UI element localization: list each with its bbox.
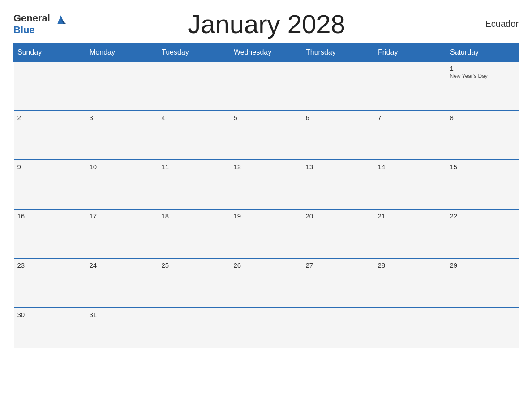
- day-number: 28: [378, 261, 443, 269]
- day-number: 19: [234, 212, 299, 220]
- calendar-cell: 28: [374, 258, 446, 308]
- day-number: 16: [17, 212, 82, 220]
- calendar-cell: [158, 308, 230, 348]
- calendar-cell: [158, 61, 230, 111]
- logo: General Blue: [13, 13, 68, 36]
- day-header-friday: Friday: [374, 44, 446, 62]
- calendar-cell: [302, 61, 374, 111]
- day-number: 4: [162, 114, 227, 121]
- calendar-cell: [230, 61, 302, 111]
- day-number: 21: [378, 212, 443, 220]
- calendar-cell: 15: [446, 160, 519, 209]
- day-number: 31: [90, 311, 154, 318]
- calendar-cell: 31: [86, 308, 158, 348]
- day-number: 7: [378, 114, 443, 121]
- calendar-cell: 4: [158, 111, 230, 160]
- day-number: 3: [90, 114, 154, 121]
- calendar-cell: 13: [302, 160, 374, 209]
- calendar-week-6: 3031: [14, 308, 519, 348]
- calendar-cell: [86, 61, 158, 111]
- calendar-week-2: 2345678: [14, 111, 519, 160]
- calendar-cell: 22: [446, 209, 519, 258]
- holiday-name: New Year's Day: [450, 73, 515, 79]
- day-number: 30: [17, 311, 82, 318]
- calendar-cell: 6: [302, 111, 374, 160]
- calendar-header-row: SundayMondayTuesdayWednesdayThursdayFrid…: [14, 44, 519, 62]
- day-number: 27: [306, 261, 371, 269]
- calendar-cell: 1New Year's Day: [446, 61, 519, 111]
- logo-icon: [54, 13, 68, 24]
- calendar-cell: 17: [86, 209, 158, 258]
- day-number: 6: [306, 114, 371, 121]
- day-header-saturday: Saturday: [446, 44, 519, 62]
- day-header-sunday: Sunday: [14, 44, 86, 62]
- calendar-cell: 14: [374, 160, 446, 209]
- day-number: 5: [234, 114, 299, 121]
- day-number: 10: [90, 163, 154, 171]
- day-number: 9: [17, 163, 82, 171]
- calendar-cell: 16: [14, 209, 86, 258]
- logo-blue-text: Blue: [13, 24, 35, 36]
- calendar-cell: [230, 308, 302, 348]
- calendar-week-1: 1New Year's Day: [14, 61, 519, 111]
- calendar-header: General Blue January 2028 Ecuador: [13, 9, 519, 39]
- day-number: 15: [450, 163, 515, 171]
- calendar-cell: 18: [158, 209, 230, 258]
- calendar-week-3: 9101112131415: [14, 160, 519, 209]
- calendar-cell: 27: [302, 258, 374, 308]
- calendar-cell: 25: [158, 258, 230, 308]
- calendar-cell: [446, 308, 519, 348]
- logo-general-text: General: [13, 13, 50, 24]
- calendar-cell: 3: [86, 111, 158, 160]
- calendar-cell: 11: [158, 160, 230, 209]
- calendar-cell: [374, 61, 446, 111]
- day-number: 11: [162, 163, 227, 171]
- calendar-table: SundayMondayTuesdayWednesdayThursdayFrid…: [13, 43, 519, 348]
- day-number: 2: [17, 114, 82, 121]
- day-header-monday: Monday: [86, 44, 158, 62]
- day-header-thursday: Thursday: [302, 44, 374, 62]
- day-number: 14: [378, 163, 443, 171]
- month-title: January 2028: [68, 9, 465, 39]
- day-number: 24: [90, 261, 154, 269]
- calendar-cell: 29: [446, 258, 519, 308]
- calendar-week-4: 16171819202122: [14, 209, 519, 258]
- day-number: 13: [306, 163, 371, 171]
- calendar-cell: 7: [374, 111, 446, 160]
- calendar-cell: 5: [230, 111, 302, 160]
- calendar-cell: 9: [14, 160, 86, 209]
- calendar-cell: 23: [14, 258, 86, 308]
- calendar-cell: 26: [230, 258, 302, 308]
- calendar-cell: [302, 308, 374, 348]
- day-header-tuesday: Tuesday: [158, 44, 230, 62]
- day-number: 18: [162, 212, 227, 220]
- country-label: Ecuador: [465, 19, 519, 29]
- calendar-cell: 2: [14, 111, 86, 160]
- calendar-cell: 19: [230, 209, 302, 258]
- day-number: 23: [17, 261, 82, 269]
- calendar-cell: [14, 61, 86, 111]
- day-number: 25: [162, 261, 227, 269]
- calendar-week-5: 23242526272829: [14, 258, 519, 308]
- calendar-cell: 30: [14, 308, 86, 348]
- day-number: 22: [450, 212, 515, 220]
- calendar-cell: 20: [302, 209, 374, 258]
- day-number: 12: [234, 163, 299, 171]
- day-number: 8: [450, 114, 515, 121]
- day-number: 26: [234, 261, 299, 269]
- day-number: 29: [450, 261, 515, 269]
- calendar-cell: 10: [86, 160, 158, 209]
- calendar-cell: 8: [446, 111, 519, 160]
- day-number: 17: [90, 212, 154, 220]
- calendar-cell: 12: [230, 160, 302, 209]
- calendar-cell: [374, 308, 446, 348]
- day-number: 20: [306, 212, 371, 220]
- day-number: 1: [450, 64, 515, 72]
- calendar-cell: 21: [374, 209, 446, 258]
- day-header-wednesday: Wednesday: [230, 44, 302, 62]
- calendar-cell: 24: [86, 258, 158, 308]
